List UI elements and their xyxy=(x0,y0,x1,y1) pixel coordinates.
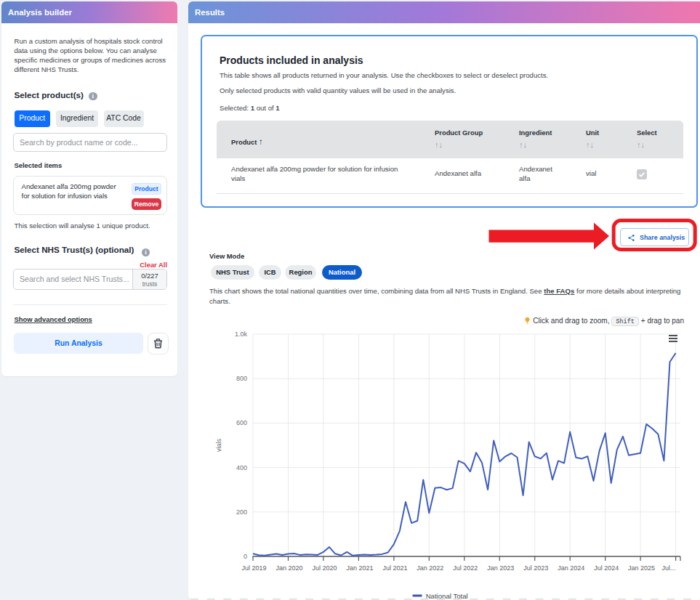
svg-text:Jan 2021: Jan 2021 xyxy=(346,564,373,572)
svg-text:Jan 2024: Jan 2024 xyxy=(558,564,584,572)
svg-text:800: 800 xyxy=(236,375,247,382)
svg-text:400: 400 xyxy=(236,464,247,471)
svg-text:National Total: National Total xyxy=(426,592,468,600)
svg-text:vials: vials xyxy=(215,439,222,453)
svg-text:200: 200 xyxy=(236,508,247,516)
svg-text:Jan 2023: Jan 2023 xyxy=(487,564,514,572)
svg-text:Jan 2020: Jan 2020 xyxy=(275,564,302,572)
svg-text:0: 0 xyxy=(244,553,247,560)
svg-text:Jul 2022: Jul 2022 xyxy=(453,564,478,572)
svg-text:Jan 2022: Jan 2022 xyxy=(417,564,443,572)
svg-text:Jul 2024: Jul 2024 xyxy=(594,564,619,572)
svg-text:Jul 2019: Jul 2019 xyxy=(241,564,266,572)
svg-text:Jul 2021: Jul 2021 xyxy=(382,564,407,572)
svg-text:Jul...: Jul... xyxy=(661,564,675,572)
svg-text:Jan 2025: Jan 2025 xyxy=(628,564,655,572)
svg-text:Jul 2023: Jul 2023 xyxy=(523,564,548,572)
svg-text:1.0k: 1.0k xyxy=(235,331,248,338)
svg-text:Jul 2020: Jul 2020 xyxy=(312,564,337,572)
svg-text:600: 600 xyxy=(236,419,247,426)
